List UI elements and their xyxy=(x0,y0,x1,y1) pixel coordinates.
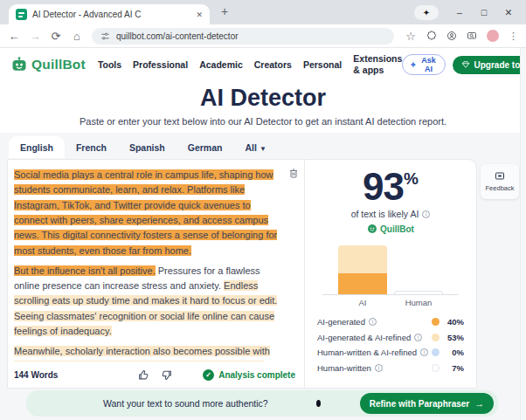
browser-window: AI Detector - Advanced AI C ✕ + ✦ – □ ✕ … xyxy=(0,0,526,420)
extensions-icon[interactable] xyxy=(426,31,437,41)
editor-panel: Social media plays a central role in cam… xyxy=(8,160,304,388)
legend-value: 40% xyxy=(445,317,464,327)
feedback-widget[interactable]: Feedback xyxy=(481,164,519,199)
language-tab-spanish[interactable]: Spanish xyxy=(118,136,176,158)
ask-ai-label: Ask AI xyxy=(420,56,438,74)
thumbs-up-icon[interactable] xyxy=(138,369,149,381)
tab-close-icon[interactable]: ✕ xyxy=(196,10,203,19)
highlighted-segment: Social media plays a central role in cam… xyxy=(14,169,277,256)
nav-item-extensions-apps[interactable]: Extensions & apps xyxy=(353,53,402,75)
x-axis-label-ai: AI xyxy=(338,298,387,307)
info-icon[interactable] xyxy=(414,334,422,341)
refine-button-label: Refine with Paraphraser xyxy=(370,399,469,409)
quillbot-badge: QuillBot xyxy=(367,224,414,234)
arrow-right-icon: → xyxy=(474,398,484,409)
legend-value: 7% xyxy=(445,363,464,373)
legend-row: Human-written & AI-refined0% xyxy=(317,345,464,361)
quillbot-robot-icon xyxy=(10,56,28,73)
info-icon[interactable] xyxy=(422,210,430,218)
legend-label: Human-written & AI-refined xyxy=(317,348,428,357)
screen-search-icon[interactable] xyxy=(467,31,477,41)
check-icon: ✓ xyxy=(203,369,214,381)
delete-text-icon[interactable] xyxy=(288,168,299,179)
feedback-label: Feedback xyxy=(486,184,515,192)
sparkle-icon: ✦ xyxy=(409,59,417,71)
quillbot-badge-icon xyxy=(367,224,377,234)
quillbot-logo[interactable]: QuillBot xyxy=(10,56,86,73)
legend-dot xyxy=(432,334,439,341)
profile-sync-icon[interactable] xyxy=(446,31,457,41)
language-tab-french[interactable]: French xyxy=(65,136,118,158)
language-tabs: EnglishFrenchSpanishGermanAll▼ xyxy=(9,136,278,158)
nav-item-personal[interactable]: Personal xyxy=(303,59,342,70)
browser-menu-icon[interactable]: ⋮ xyxy=(509,31,518,42)
legend-row: AI-generated40% xyxy=(317,314,464,330)
info-icon[interactable] xyxy=(420,348,428,356)
highlighted-segment: But the influence isn't all positive. xyxy=(14,265,156,276)
nav-item-professional[interactable]: Professional xyxy=(133,59,188,70)
editor-paragraph[interactable]: Meanwhile, scholarly interaction also be… xyxy=(14,344,281,361)
close-button[interactable]: ✕ xyxy=(496,7,521,17)
legend-dot xyxy=(432,318,439,326)
header-nav: ToolsProfessionalAcademicCreatorsPersona… xyxy=(98,53,402,75)
language-tab-all[interactable]: All▼ xyxy=(233,136,277,158)
score-percent-sign: % xyxy=(404,169,419,189)
legend-label: AI-generated & AI-refined xyxy=(317,333,422,342)
status-text: Analysis complete xyxy=(218,370,295,380)
tab-search-icon[interactable]: ✦ xyxy=(414,5,439,20)
page-scrollbar[interactable] xyxy=(520,48,526,420)
bar-ai xyxy=(338,245,387,294)
legend-dot xyxy=(432,348,439,356)
language-tab-english[interactable]: English xyxy=(9,136,65,158)
bar-segment xyxy=(394,291,443,294)
editor-paragraph[interactable]: But the influence isn't all positive. Pr… xyxy=(14,264,281,340)
legend-row: AI-generated & AI-refined53% xyxy=(317,330,464,346)
x-axis-label-human: Human xyxy=(394,298,443,307)
info-icon[interactable] xyxy=(369,318,377,326)
nav-item-academic[interactable]: Academic xyxy=(199,59,243,70)
editor-text[interactable]: Social media plays a central role in cam… xyxy=(8,160,304,361)
tab-strip: AI Detector - Advanced AI C ✕ + ✦ – □ ✕ xyxy=(0,0,526,24)
browser-tab[interactable]: AI Detector - Advanced AI C ✕ xyxy=(9,4,210,24)
banner-text: Want your text to sound more authentic? xyxy=(103,398,268,409)
maximize-button[interactable]: □ xyxy=(472,7,496,17)
url-bar[interactable]: quillbot.com/ai-content-detector xyxy=(92,28,394,45)
new-tab-button[interactable]: + xyxy=(221,4,228,18)
site-settings-icon[interactable] xyxy=(100,31,110,41)
badge-brand: QuillBot xyxy=(380,224,414,234)
refine-with-paraphraser-button[interactable]: Refine with Paraphraser → xyxy=(360,393,494,414)
chart-legend: AI-generated40%AI-generated & AI-refined… xyxy=(317,314,464,375)
browser-toolbar: ← → ⟳ ⌂ quillbot.com/ai-content-detector… xyxy=(0,24,526,48)
editor-paragraph[interactable]: Social media plays a central role in cam… xyxy=(14,168,281,258)
info-icon[interactable] xyxy=(375,364,383,372)
home-icon[interactable]: ⌂ xyxy=(71,31,83,42)
bookmark-star-icon[interactable]: ☆ xyxy=(405,31,417,42)
site-header: QuillBot ToolsProfessionalAcademicCreato… xyxy=(0,48,526,81)
bar-human xyxy=(394,291,443,294)
minimize-button[interactable]: – xyxy=(447,7,472,17)
editor-footer: 144 Words ✓ Analysis complete xyxy=(8,361,304,388)
chevron-down-icon: ▼ xyxy=(260,145,266,153)
reload-icon[interactable]: ⟳ xyxy=(50,31,62,42)
ask-ai-button[interactable]: ✦ Ask AI xyxy=(402,54,445,76)
profile-avatar[interactable] xyxy=(487,30,499,42)
nav-item-creators[interactable]: Creators xyxy=(254,59,292,70)
bar-segment xyxy=(338,245,387,273)
back-icon[interactable]: ← xyxy=(8,31,20,42)
ai-score: 93 % xyxy=(363,168,419,206)
nav-item-tools[interactable]: Tools xyxy=(98,59,121,70)
upgrade-premium-button[interactable]: Upgrade to Premium xyxy=(453,56,526,74)
language-tab-german[interactable]: German xyxy=(176,136,234,158)
forward-icon[interactable]: → xyxy=(29,31,41,42)
chart-plot xyxy=(322,241,459,295)
ai-detection-chart: AIHuman xyxy=(322,241,459,307)
thumbs-down-icon[interactable] xyxy=(161,369,172,381)
score-caption: of text is likely AI xyxy=(351,209,419,219)
legend-row: Human-written7% xyxy=(317,361,464,376)
brand-name: QuillBot xyxy=(31,57,86,72)
results-panel: 93 % of text is likely AI QuillBot AIHum… xyxy=(304,160,476,388)
word-count: 144 Words xyxy=(14,370,58,380)
paraphraser-banner: Want your text to sound more authentic? … xyxy=(26,390,498,417)
legend-label: Human-written xyxy=(317,363,383,373)
legend-dot xyxy=(432,364,439,372)
